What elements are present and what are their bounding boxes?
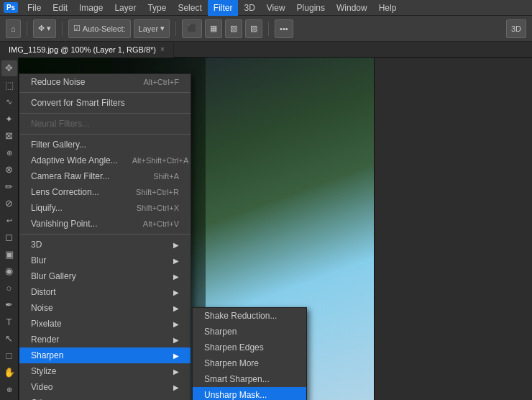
history-icon: ↩ <box>6 217 12 224</box>
render-arrow: ▶ <box>173 336 179 344</box>
menu-edit[interactable]: Edit <box>47 0 73 16</box>
filter-reduce-noise[interactable]: Reduce Noise Alt+Ctrl+F <box>19 74 191 90</box>
tool-eraser[interactable]: ◻ <box>1 229 17 245</box>
filter-distort[interactable]: Distort ▶ <box>19 284 191 300</box>
3d-label: 3D <box>31 240 42 250</box>
smart-filters-label: Convert for Smart Filters <box>31 98 125 108</box>
tool-crop[interactable]: ⊠ <box>1 128 17 144</box>
align-icon-1: ⬛ <box>187 24 197 33</box>
liquify-shortcut: Shift+Ctrl+X <box>137 204 179 212</box>
reduce-noise-label: Reduce Noise <box>31 77 85 87</box>
sharpen-edges[interactable]: Sharpen Edges <box>193 340 306 355</box>
tool-path-select[interactable]: ↖ <box>1 331 17 347</box>
filter-other[interactable]: Other ▶ <box>19 395 191 400</box>
align-btn-3[interactable]: ▧ <box>225 19 242 38</box>
tool-text[interactable]: T <box>1 314 17 330</box>
filter-adaptive-wide[interactable]: Adaptive Wide Angle... Alt+Shift+Ctrl+A <box>19 153 191 168</box>
menu-3d[interactable]: 3D <box>238 0 260 16</box>
sharpen-more[interactable]: Sharpen More <box>193 355 306 371</box>
filter-liquify[interactable]: Liquify... Shift+Ctrl+X <box>19 200 191 216</box>
filter-smart-filters[interactable]: Convert for Smart Filters <box>19 95 191 111</box>
reduce-noise-shortcut: Alt+Ctrl+F <box>143 78 179 86</box>
menu-window[interactable]: Window <box>331 0 373 16</box>
tool-zoom[interactable]: ⊕ <box>1 382 17 398</box>
tool-marquee[interactable]: ⬚ <box>1 78 17 94</box>
filter-sep-2 <box>19 113 191 114</box>
filter-lens-correction[interactable]: Lens Correction... Shift+Ctrl+R <box>19 184 191 200</box>
menu-help[interactable]: Help <box>373 0 403 16</box>
video-arrow: ▶ <box>173 383 179 391</box>
tool-healing[interactable]: ⊗ <box>1 162 17 178</box>
move-tool-icon: ✥ <box>5 63 13 73</box>
tool-move[interactable]: ✥ <box>1 60 17 76</box>
filter-sharpen[interactable]: Sharpen ▶ <box>19 347 191 363</box>
gradient-icon: ▣ <box>5 249 14 260</box>
auto-select-checkbox[interactable]: ☑ Auto-Select: <box>68 19 131 38</box>
tool-shape[interactable]: □ <box>1 348 17 364</box>
sharpen-sharpen[interactable]: Sharpen <box>193 324 306 340</box>
layer-dropdown[interactable]: Layer ▾ <box>134 19 170 38</box>
sharpen-shake-reduction[interactable]: Shake Reduction... <box>193 308 306 324</box>
sharpen-arrow: ▶ <box>173 352 179 360</box>
align-btn-1[interactable]: ⬛ <box>182 19 202 38</box>
tool-lasso[interactable]: ∿ <box>1 94 17 110</box>
menu-file[interactable]: File <box>22 0 47 16</box>
noise-arrow: ▶ <box>173 304 179 312</box>
active-tab[interactable]: IMG_1159.jpg @ 100% (Layer 1, RGB/8*) × <box>0 42 174 58</box>
blur-gallery-label: Blur Gallery <box>31 271 76 281</box>
tool-brush[interactable]: ✏ <box>1 179 17 195</box>
menu-view[interactable]: View <box>261 0 291 16</box>
tool-history[interactable]: ↩ <box>1 213 17 229</box>
filter-pixelate[interactable]: Pixelate ▶ <box>19 316 191 332</box>
filter-video[interactable]: Video ▶ <box>19 379 191 395</box>
vanishing-label: Vanishing Point... <box>31 219 98 229</box>
3d-btn[interactable]: 3D <box>506 19 526 38</box>
eyedropper-icon: ⊕ <box>6 149 12 157</box>
distort-arrow: ▶ <box>173 288 179 296</box>
tab-close-btn[interactable]: × <box>160 45 165 53</box>
menu-layer[interactable]: Layer <box>109 0 142 16</box>
blur-icon: ◉ <box>5 265 13 276</box>
menu-filter[interactable]: Filter <box>208 0 239 16</box>
tool-wand[interactable]: ✦ <box>1 112 17 127</box>
filter-vanishing-point[interactable]: Vanishing Point... Alt+Ctrl+V <box>19 216 191 232</box>
camera-raw-shortcut: Shift+A <box>153 172 179 181</box>
menu-plugins[interactable]: Plugins <box>291 0 331 16</box>
filter-noise[interactable]: Noise ▶ <box>19 300 191 316</box>
tool-pen[interactable]: ✒ <box>1 297 17 313</box>
ps-logo: Ps <box>3 0 19 16</box>
filter-stylize[interactable]: Stylize ▶ <box>19 363 191 379</box>
tool-eyedropper[interactable]: ⊕ <box>1 145 17 161</box>
sharpen-smart[interactable]: Smart Sharpen... <box>193 371 306 387</box>
filter-blur[interactable]: Blur ▶ <box>19 253 191 268</box>
crop-icon: ⊠ <box>5 130 13 141</box>
home-button[interactable]: ⌂ <box>6 19 21 38</box>
filter-gallery[interactable]: Filter Gallery... <box>19 137 191 153</box>
pen-icon: ✒ <box>5 299 13 310</box>
tool-hand[interactable]: ✋ <box>1 365 17 381</box>
filter-camera-raw[interactable]: Camera Raw Filter... Shift+A <box>19 168 191 184</box>
filter-3d[interactable]: 3D ▶ <box>19 237 191 253</box>
blur-label: Blur <box>31 255 46 265</box>
align-btn-2[interactable]: ▦ <box>205 19 222 38</box>
tool-dodge[interactable]: ○ <box>1 281 17 296</box>
gallery-label: Filter Gallery... <box>31 140 86 150</box>
menu-select[interactable]: Select <box>172 0 207 16</box>
home-icon: ⌂ <box>11 24 16 33</box>
dropdown-arrow: ▾ <box>160 24 165 33</box>
filter-blur-gallery[interactable]: Blur Gallery ▶ <box>19 268 191 284</box>
tool-gradient[interactable]: ▣ <box>1 247 17 263</box>
menu-image[interactable]: Image <box>73 0 109 16</box>
shake-reduction-label: Shake Reduction... <box>204 311 277 321</box>
more-btn[interactable]: ••• <box>275 19 293 38</box>
sharpen-more-label: Sharpen More <box>204 358 259 368</box>
checkbox-icon: ☑ <box>73 24 81 33</box>
move-tool-btn[interactable]: ✥ ▾ <box>33 19 56 38</box>
tool-blur[interactable]: ◉ <box>1 263 17 279</box>
align-btn-4[interactable]: ▨ <box>245 19 262 38</box>
left-toolbar: ✥ ⬚ ∿ ✦ ⊠ ⊕ ⊗ ✏ ⊘ ↩ ◻ ▣ ◉ ○ ✒ T ↖ □ ✋ ⊕ <box>0 58 19 400</box>
sharpen-unsharp-mask[interactable]: Unsharp Mask... <box>193 387 306 400</box>
menu-type[interactable]: Type <box>142 0 172 16</box>
tool-clone[interactable]: ⊘ <box>1 196 17 212</box>
filter-render[interactable]: Render ▶ <box>19 332 191 347</box>
